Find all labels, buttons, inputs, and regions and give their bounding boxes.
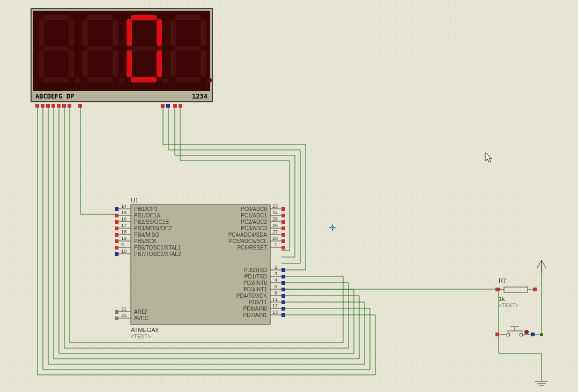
svg-rect-42 xyxy=(161,104,165,108)
svg-rect-146 xyxy=(281,313,285,317)
svg-rect-149 xyxy=(504,287,528,292)
svg-rect-114 xyxy=(281,246,285,250)
svg-rect-43 xyxy=(166,104,170,108)
push-button[interactable] xyxy=(495,327,535,336)
svg-text:PD2/INT0: PD2/INT0 xyxy=(243,280,267,286)
svg-rect-134 xyxy=(281,294,285,298)
mouse-cursor-icon xyxy=(485,153,492,162)
svg-rect-10 xyxy=(87,15,113,20)
svg-rect-8 xyxy=(43,46,69,51)
svg-rect-130 xyxy=(281,288,285,291)
svg-rect-23 xyxy=(127,19,132,46)
svg-text:PB4/MISO: PB4/MISO xyxy=(134,232,159,238)
resistor-ref: R7 xyxy=(499,277,506,284)
svg-text:PC1/ADC1: PC1/ADC1 xyxy=(241,213,267,218)
svg-text:21: 21 xyxy=(121,306,127,312)
svg-text:4: 4 xyxy=(275,277,277,283)
svg-rect-20 xyxy=(157,50,162,77)
svg-text:13: 13 xyxy=(272,310,278,315)
svg-text:26: 26 xyxy=(272,223,278,228)
svg-rect-6 xyxy=(39,50,44,77)
svg-text:16: 16 xyxy=(121,216,127,222)
svg-text:PB3/MOSI/OC2: PB3/MOSI/OC2 xyxy=(134,225,172,231)
svg-rect-4 xyxy=(69,50,74,77)
svg-rect-138 xyxy=(281,300,285,304)
svg-text:PC0/ADC0: PC0/ADC0 xyxy=(241,206,267,212)
svg-rect-54 xyxy=(115,214,118,217)
svg-text:AVCC: AVCC xyxy=(134,315,149,321)
resistor-r7[interactable]: R7 1k <TEXT> xyxy=(495,277,537,308)
svg-rect-50 xyxy=(115,207,118,211)
svg-rect-45 xyxy=(179,104,182,108)
chip-ref: U1 xyxy=(131,197,138,203)
svg-point-157 xyxy=(520,333,523,336)
chip-part: ATMEGA8 xyxy=(131,327,159,333)
svg-rect-44 xyxy=(173,104,177,108)
svg-text:20: 20 xyxy=(121,313,127,318)
svg-text:PC2/ADC2: PC2/ADC2 xyxy=(241,219,267,225)
svg-text:12: 12 xyxy=(272,303,278,308)
svg-rect-118 xyxy=(281,268,285,272)
svg-rect-36 xyxy=(46,104,50,108)
svg-rect-16 xyxy=(87,46,113,51)
svg-text:11: 11 xyxy=(272,297,278,302)
resistor-value: 1k xyxy=(499,296,505,302)
svg-text:PD7/AIN1: PD7/AIN1 xyxy=(243,312,268,318)
svg-text:AREF: AREF xyxy=(134,309,149,315)
svg-rect-21 xyxy=(131,77,157,82)
svg-text:23: 23 xyxy=(272,203,278,209)
seven-segment-display[interactable]: ABCDEFG DP 1234 xyxy=(31,9,212,102)
svg-text:5: 5 xyxy=(275,284,277,289)
svg-rect-41 xyxy=(78,104,82,108)
svg-rect-122 xyxy=(281,275,285,278)
svg-text:9: 9 xyxy=(121,242,124,247)
schematic-canvas[interactable]: ABCDEFG DP 1234 xyxy=(0,0,578,392)
svg-rect-58 xyxy=(115,220,118,224)
svg-text:PD4/T0/XCK: PD4/T0/XCK xyxy=(236,293,268,299)
svg-text:PC6/RESET: PC6/RESET xyxy=(237,245,267,251)
svg-text:27: 27 xyxy=(272,229,278,235)
svg-rect-62 xyxy=(115,227,118,230)
svg-text:1: 1 xyxy=(275,242,277,247)
svg-rect-86 xyxy=(115,316,118,320)
ground-symbol[interactable] xyxy=(535,375,548,386)
svg-rect-12 xyxy=(113,50,118,77)
svg-rect-152 xyxy=(495,288,499,291)
svg-point-33 xyxy=(206,78,212,83)
svg-marker-172 xyxy=(485,153,492,162)
svg-rect-74 xyxy=(115,246,118,250)
svg-rect-35 xyxy=(41,104,45,108)
svg-rect-26 xyxy=(175,15,201,20)
svg-rect-15 xyxy=(83,19,88,46)
svg-rect-11 xyxy=(113,19,118,46)
svg-rect-153 xyxy=(533,288,537,291)
svg-rect-27 xyxy=(201,19,206,46)
svg-point-47 xyxy=(540,333,543,336)
svg-text:PD1/TXD: PD1/TXD xyxy=(244,274,267,280)
power-symbol[interactable] xyxy=(537,260,546,273)
svg-point-17 xyxy=(118,78,124,83)
svg-rect-30 xyxy=(171,50,176,77)
svg-rect-29 xyxy=(175,77,201,82)
svg-rect-32 xyxy=(175,46,201,51)
svg-rect-14 xyxy=(83,50,88,77)
svg-text:PB7/TOSC2/XTAL2: PB7/TOSC2/XTAL2 xyxy=(134,251,181,257)
svg-rect-34 xyxy=(35,104,39,108)
svg-rect-142 xyxy=(281,307,285,311)
svg-rect-31 xyxy=(171,19,176,46)
svg-point-156 xyxy=(507,333,510,336)
svg-text:PC4/ADC4/SDA: PC4/ADC4/SDA xyxy=(228,232,268,238)
svg-text:24: 24 xyxy=(272,210,278,215)
svg-text:6: 6 xyxy=(275,290,277,296)
placement-crosshair-icon xyxy=(329,224,336,231)
svg-rect-5 xyxy=(43,77,69,82)
svg-text:28: 28 xyxy=(272,236,278,241)
svg-text:PD0/RXD: PD0/RXD xyxy=(244,267,267,273)
svg-rect-164 xyxy=(531,333,535,336)
atmega8-chip[interactable]: U1 ATMEGA8 <TEXT> 14 PB0/ICP1 15PB1/OC1A… xyxy=(115,197,285,340)
svg-text:17: 17 xyxy=(121,223,127,228)
svg-rect-13 xyxy=(87,77,113,82)
svg-text:14: 14 xyxy=(121,203,127,209)
svg-point-162 xyxy=(524,330,529,334)
svg-rect-39 xyxy=(62,104,66,108)
